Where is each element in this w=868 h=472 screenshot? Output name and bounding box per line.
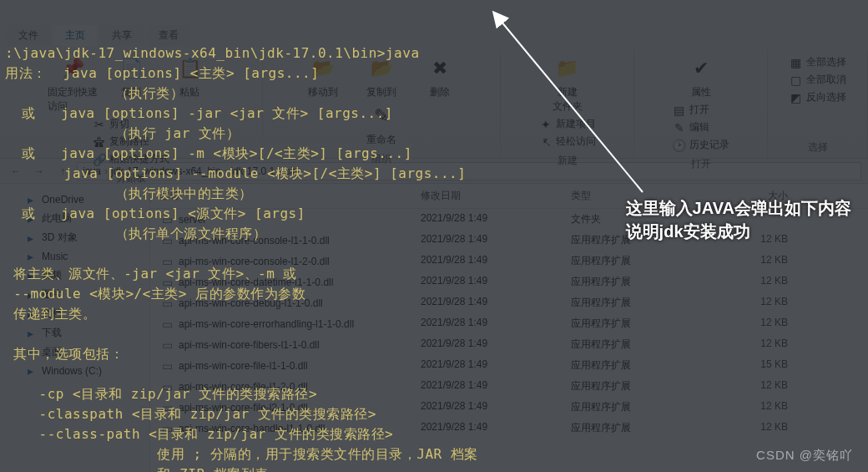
annotation-line1: 这里输入JAVA会弹出如下内容 (626, 196, 851, 220)
watermark: CSDN @奕铭吖 (756, 448, 853, 464)
annotation-line2: 说明jdk安装成功 (626, 220, 851, 243)
annotation-text: 这里输入JAVA会弹出如下内容 说明jdk安装成功 (626, 196, 851, 243)
watermark-text: CSDN @奕铭吖 (756, 448, 853, 462)
terminal-output: :\java\jdk-17_windows-x64_bin\jdk-17.0.1… (5, 43, 863, 472)
